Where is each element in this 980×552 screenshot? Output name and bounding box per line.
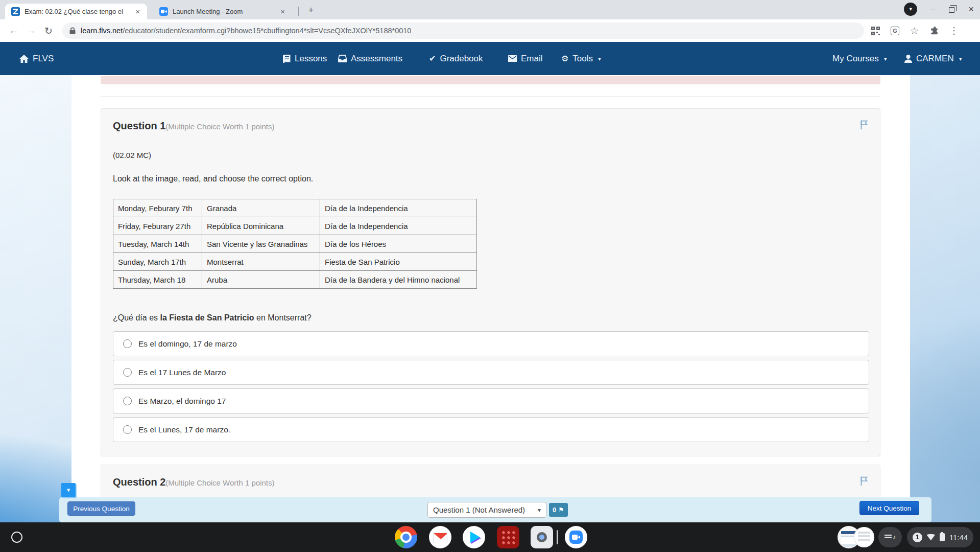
nav-label: CARMEN: [916, 54, 954, 64]
page-viewport: Question 1 (Multiple Choice Worth 1 poin…: [0, 75, 980, 522]
inbox-icon: [338, 55, 347, 62]
browser-menu-icon[interactable]: ⋮: [949, 25, 959, 36]
window-controls: ▾ – ×: [904, 3, 974, 16]
table-row: Tuesday, March 14th San Vicente y las Gr…: [113, 235, 477, 253]
answer-option-2[interactable]: Es el 17 Lunes de Marzo: [113, 360, 869, 385]
nav-label: Lessons: [295, 54, 327, 64]
restore-button[interactable]: [949, 3, 954, 16]
chrome-app-icon[interactable]: [395, 526, 417, 548]
table-cell: Tuesday, March 14th: [113, 235, 202, 253]
question-meta: (Multiple Choice Worth 1 points): [165, 478, 274, 487]
address-bar[interactable]: learn.flvs.net/educator/student/examform…: [62, 22, 864, 39]
nav-label: My Courses: [832, 54, 879, 64]
nav-label: Tools: [572, 54, 593, 64]
forward-button[interactable]: →: [22, 25, 40, 36]
play-store-app-icon[interactable]: [463, 526, 485, 548]
chevron-down-icon: ▾: [538, 507, 541, 514]
translate-icon[interactable]: G: [891, 27, 899, 35]
zoom-app-icon[interactable]: [565, 526, 587, 548]
status-tray[interactable]: 1 11:44: [907, 527, 973, 547]
gmail-envelope-icon: [433, 533, 447, 542]
table-row: Monday, Feburary 7th Granada Día de la I…: [113, 199, 477, 217]
answer-option-1[interactable]: Es el domingo, 17 de marzo: [113, 331, 869, 356]
nav-user-carmen[interactable]: CARMEN ▾: [904, 42, 962, 75]
answer-option-4[interactable]: Es el Lunes, 17 de marzo.: [113, 417, 869, 442]
next-question-button[interactable]: Next Question: [859, 501, 919, 515]
person-icon: [904, 55, 912, 63]
radio-button[interactable]: [123, 339, 132, 348]
tab-strip: Exam: 02.02 ¿Qué clase tengo el × Launch…: [0, 0, 980, 19]
table-cell: Granada: [202, 199, 320, 217]
table-cell: Monday, Feburary 7th: [113, 199, 202, 217]
red-grid-app-icon[interactable]: [497, 526, 519, 548]
question-instruction: Look at the image, read, and choose the …: [113, 174, 313, 183]
playlist-icon: [885, 535, 892, 540]
browser-toolbar: ← → ↻ learn.flvs.net/educator/student/ex…: [0, 19, 980, 42]
nav-lessons[interactable]: Lessons: [283, 42, 327, 75]
question-1-card: Question 1 (Multiple Choice Worth 1 poin…: [101, 108, 880, 456]
flag-question-icon[interactable]: [858, 119, 870, 130]
bookmark-star-icon[interactable]: ☆: [910, 25, 919, 37]
chevron-down-icon: ▾: [598, 55, 601, 62]
radio-button[interactable]: [123, 368, 132, 377]
nav-home-flvs[interactable]: FLVS: [19, 42, 54, 75]
nav-label: Gradebook: [440, 54, 483, 64]
tab-close-icon[interactable]: ×: [278, 7, 287, 16]
nav-assessments[interactable]: Assessments: [338, 42, 402, 75]
new-tab-button[interactable]: +: [304, 3, 318, 17]
question-selector[interactable]: Question 1 (Not Answered) ▾: [427, 502, 546, 518]
launcher-icon[interactable]: [11, 532, 22, 543]
reload-button[interactable]: ↻: [40, 25, 57, 37]
media-controls-button[interactable]: ♪: [878, 527, 902, 547]
tab-search-icon[interactable]: ▾: [904, 3, 917, 16]
nav-my-courses[interactable]: My Courses ▾: [832, 42, 887, 75]
home-icon: [19, 55, 29, 63]
previous-question-button[interactable]: Previous Question: [67, 501, 135, 516]
screen: Exam: 02.02 ¿Qué clase tengo el × Launch…: [0, 0, 980, 552]
table-cell: Thursday, March 18: [113, 271, 202, 289]
option-label: Es el 17 Lunes de Marzo: [138, 368, 226, 377]
tab-exam[interactable]: Exam: 02.02 ¿Qué clase tengo el ×: [5, 4, 147, 19]
minimize-button[interactable]: –: [931, 3, 935, 16]
tab-close-icon[interactable]: ×: [133, 7, 142, 16]
nav-label: Assessments: [351, 54, 402, 64]
radio-button[interactable]: [123, 425, 132, 434]
restore-icon: [949, 7, 954, 13]
radio-button[interactable]: [123, 397, 132, 405]
envelope-icon: [508, 55, 517, 62]
chevron-down-icon: ▾: [959, 55, 962, 62]
question-title: Question 1: [113, 120, 165, 132]
page-content: Question 1 (Multiple Choice Worth 1 poin…: [71, 75, 910, 522]
flag-count-badge: 0 ⚑: [549, 503, 568, 517]
question-title: Question 2: [113, 476, 165, 488]
collapse-panel-button[interactable]: ▾: [61, 483, 76, 497]
notification-preview-icon[interactable]: [854, 527, 874, 547]
extensions-puzzle-icon[interactable]: [929, 26, 939, 35]
table-row: Friday, Feburary 27th República Dominica…: [113, 217, 477, 235]
table-cell: Friday, Feburary 27th: [113, 217, 202, 235]
tab-zoom[interactable]: Launch Meeting - Zoom ×: [153, 4, 292, 19]
close-window-button[interactable]: ×: [968, 3, 974, 16]
qr-code-icon[interactable]: [871, 27, 880, 35]
nav-email[interactable]: Email: [508, 42, 543, 75]
lock-icon: [69, 27, 76, 34]
tab-title: Exam: 02.02 ¿Qué clase tengo el: [25, 8, 133, 15]
nav-gradebook[interactable]: ✔ Gradebook: [429, 42, 483, 75]
gmail-app-icon[interactable]: [429, 526, 451, 548]
table-cell: Fiesta de San Patricio: [320, 253, 477, 271]
camera-app-icon[interactable]: [531, 526, 553, 548]
question-prompt: ¿Qué día es la Fiesta de San Patricio en…: [113, 313, 312, 323]
nav-tools[interactable]: ⚙ Tools ▾: [561, 42, 601, 75]
back-button[interactable]: ←: [5, 25, 22, 36]
answer-option-3[interactable]: Es Marzo, el domingo 17: [113, 388, 869, 413]
divider: [101, 96, 880, 97]
notification-count-badge: 1: [913, 533, 922, 542]
table-row: Thursday, March 18 Aruba Día de la Bande…: [113, 271, 477, 289]
flag-question-icon[interactable]: [858, 475, 870, 487]
url-domain: learn.flvs.net: [81, 27, 123, 35]
translate-glyph: G: [891, 27, 899, 35]
table-cell: Día de los Héroes: [320, 235, 477, 253]
exam-navigation-bar: Previous Question Question 1 (Not Answer…: [59, 497, 931, 522]
question-meta: (Multiple Choice Worth 1 points): [165, 122, 274, 131]
question-1-header: Question 1 (Multiple Choice Worth 1 poin…: [113, 120, 275, 132]
